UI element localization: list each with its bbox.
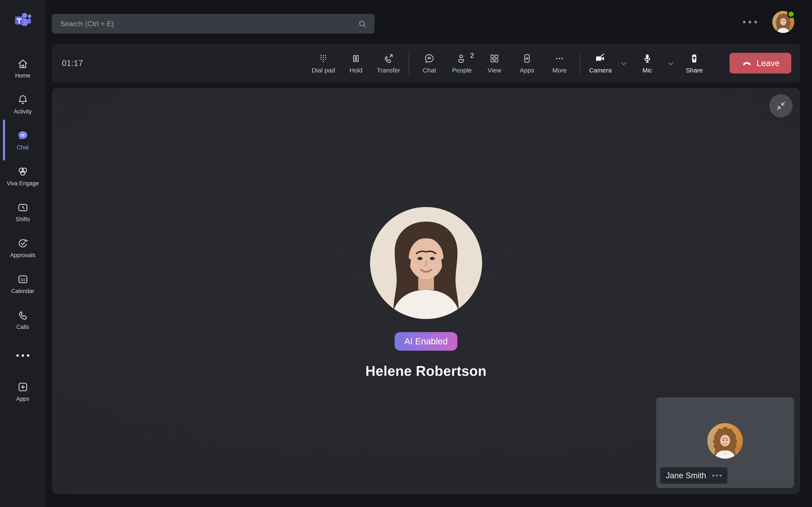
search-icon[interactable] (358, 19, 367, 29)
ai-enabled-badge: AI Enabled (395, 332, 458, 351)
camera-options-chevron-icon[interactable] (619, 59, 628, 68)
participant-avatar (370, 207, 482, 319)
shifts-icon (17, 201, 29, 214)
toolbar-divider (579, 51, 580, 75)
call-controls: Dial pad Hold Transfer Chat 2 People (311, 51, 707, 75)
sidebar-item-label: Chat (17, 144, 29, 151)
main-participant: AI Enabled Helene Robertson (52, 88, 800, 379)
user-avatar[interactable] (772, 11, 794, 33)
app-sidebar: Home Activity Chat Viva Engage Shift (0, 0, 45, 507)
people-button[interactable]: 2 People (449, 52, 474, 74)
sidebar-item-approvals[interactable]: Approvals (0, 232, 45, 264)
sidebar-item-calls[interactable]: Calls (0, 304, 45, 335)
pip-avatar (707, 423, 743, 459)
hold-button[interactable]: Hold (343, 52, 368, 74)
people-count-badge: 2 (470, 52, 474, 60)
sidebar-item-viva-engage[interactable]: Viva Engage (0, 160, 45, 192)
sidebar-items: Home Activity Chat Viva Engage Shift (0, 52, 45, 407)
call-timer: 01:17 (62, 59, 83, 68)
top-bar (45, 0, 812, 44)
sidebar-item-chat[interactable]: Chat (0, 124, 45, 156)
sidebar-item-activity[interactable]: Activity (0, 88, 45, 120)
sidebar-item-label: Approvals (10, 252, 35, 259)
people-icon (456, 53, 467, 64)
toolbar-divider (409, 51, 409, 75)
more-icon (554, 53, 565, 64)
transfer-button[interactable]: Transfer (376, 52, 401, 74)
share-icon (689, 53, 700, 64)
pip-participant-name: Jane Smith (666, 471, 706, 480)
sidebar-item-calendar[interactable]: Calendar (0, 268, 45, 299)
mic-options-chevron-icon[interactable] (666, 59, 675, 68)
chat-filled-icon (17, 129, 29, 142)
sidebar-item-label: Apps (16, 396, 30, 402)
calendar-icon (17, 273, 29, 285)
home-icon (17, 58, 29, 70)
teams-logo-icon (12, 11, 33, 31)
ellipsis-icon (16, 354, 30, 357)
hang-up-icon (742, 58, 752, 69)
sidebar-item-apps[interactable]: Apps (0, 376, 45, 407)
pip-more-icon[interactable] (712, 475, 721, 476)
view-grid-icon (489, 53, 500, 64)
view-button[interactable]: View (482, 52, 507, 74)
call-stage: AI Enabled Helene Robertson Jane Smith (52, 88, 800, 494)
approvals-icon (17, 237, 29, 249)
leave-button[interactable]: Leave (729, 53, 791, 73)
topbar-right (743, 0, 794, 44)
sidebar-item-label: Activity (14, 108, 32, 115)
viva-engage-icon (17, 165, 29, 178)
sidebar-item-label: Home (15, 72, 30, 79)
mic-button[interactable]: Mic (635, 52, 660, 74)
apps-button[interactable]: Apps (514, 52, 540, 74)
mic-icon (642, 53, 653, 64)
sidebar-item-shifts[interactable]: Shifts (0, 196, 45, 228)
camera-icon (595, 53, 606, 64)
chat-button[interactable]: Chat (417, 52, 442, 74)
sidebar-item-more[interactable] (0, 340, 45, 372)
apps-add-icon (521, 53, 532, 64)
status-available-badge (787, 10, 795, 18)
sidebar-item-label: Viva Engage (7, 180, 39, 187)
search-bar[interactable] (52, 14, 374, 34)
teams-window: Home Activity Chat Viva Engage Shift (0, 0, 812, 507)
transfer-icon (383, 53, 394, 64)
phone-icon (17, 309, 29, 321)
dial-pad-button[interactable]: Dial pad (311, 52, 336, 74)
camera-button[interactable]: Camera (588, 52, 613, 74)
sidebar-item-label: Shifts (16, 216, 30, 223)
more-button[interactable]: More (547, 52, 572, 74)
sidebar-item-home[interactable]: Home (0, 52, 45, 84)
share-button[interactable]: Share (682, 52, 707, 74)
chat-bubble-icon (423, 53, 435, 64)
sidebar-item-label: Calls (16, 324, 29, 330)
apps-icon (17, 381, 29, 393)
bell-icon (17, 94, 29, 106)
sidebar-item-label: Calendar (11, 288, 35, 294)
search-input[interactable] (60, 20, 358, 28)
active-indicator (3, 120, 5, 161)
topbar-more-icon[interactable] (743, 21, 757, 23)
participant-name: Helene Robertson (365, 363, 487, 379)
dialpad-icon (318, 53, 329, 64)
call-toolbar: 01:17 Dial pad Hold Transfer Chat 2 (52, 44, 800, 82)
hold-icon (350, 53, 362, 64)
pip-name-pill: Jane Smith (660, 467, 727, 484)
pip-tile[interactable]: Jane Smith (656, 397, 794, 488)
